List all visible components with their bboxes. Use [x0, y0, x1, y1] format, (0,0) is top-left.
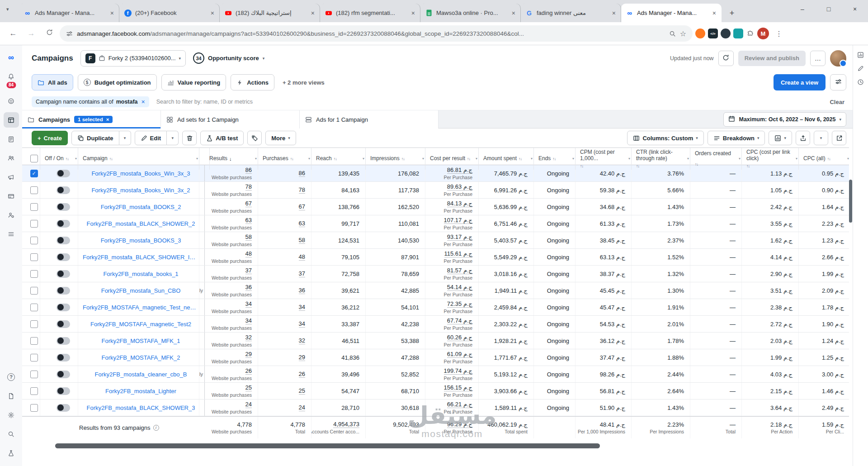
column-header-ends[interactable]: Ends↑↓▾	[534, 148, 576, 170]
browser-tab[interactable]: Gfading winner معنى×	[521, 4, 621, 22]
sidebar-item-experiments[interactable]	[4, 445, 19, 461]
browser-tab[interactable]: f(20+) Facebook×	[119, 4, 220, 22]
campaign-name-link[interactable]: Forky2FB_MOSTAFA_MFK_2	[102, 354, 180, 361]
campaign-toggle[interactable]	[57, 220, 70, 228]
sidebar-item-search[interactable]	[4, 426, 19, 442]
site-settings-icon[interactable]	[66, 30, 73, 37]
info-icon[interactable]: i	[153, 425, 159, 431]
browser-tab[interactable]: إستراتيجية البلاك (182)×	[220, 4, 320, 22]
row-checkbox[interactable]: ✓	[30, 170, 38, 177]
history-icon[interactable]	[857, 79, 864, 86]
campaign-toggle[interactable]	[57, 170, 70, 177]
row-checkbox[interactable]	[30, 387, 38, 395]
row-checkbox[interactable]	[30, 320, 38, 328]
column-header-results[interactable]: Results↓▾	[205, 148, 258, 170]
sidebar-item-all-tools[interactable]	[4, 226, 19, 242]
campaign-toggle[interactable]	[57, 320, 70, 328]
column-header-cpc-cost-per-link-click[interactable]: CPC (cost per link click)↑↓▾	[742, 148, 799, 170]
column-header-off-on[interactable]: Off / On↑↓▾	[40, 148, 78, 170]
view-tab-actions[interactable]: Actions	[231, 74, 274, 90]
campaign-name-link[interactable]: Forky2FB_mostafa_Books_Win_3x_2	[91, 187, 190, 194]
window-minimize-button[interactable]: –	[789, 0, 816, 18]
tab-close-icon[interactable]: ×	[712, 10, 717, 17]
campaign-name-link[interactable]: Forky2FB_mostafa_BLACK_SHOWER_INT_1	[83, 254, 199, 261]
row-checkbox[interactable]	[30, 354, 38, 361]
browser-tab[interactable]: Mawso3a online · Pro...×	[420, 4, 521, 22]
delete-button[interactable]	[182, 131, 197, 145]
column-header-cpc-all[interactable]: CPC (all)↑↓▾	[799, 148, 849, 170]
review-and-publish-button[interactable]: Review and publish	[738, 51, 806, 66]
new-tab-button[interactable]: +	[725, 6, 739, 20]
campaign-toggle[interactable]	[57, 404, 70, 412]
open-report-button[interactable]	[832, 131, 846, 145]
column-header-amount-spent[interactable]: Amount spent↑↓▾	[479, 148, 534, 170]
opportunity-score-selector[interactable]: 34 Opportunity score ▾	[193, 52, 264, 64]
filter-search-input[interactable]: Search to filter by: name, ID or metrics	[156, 99, 253, 105]
campaign-toggle[interactable]	[57, 203, 70, 211]
sidebar-item-feedback[interactable]	[4, 388, 19, 404]
tab-close-icon[interactable]: ×	[611, 10, 617, 17]
campaign-toggle[interactable]	[57, 270, 70, 278]
column-header-impressions[interactable]: Impressions↑↓▾	[366, 148, 425, 170]
filter-chip[interactable]: Campaign name contains all of mostafa ×	[32, 96, 149, 107]
duplicate-caret-button[interactable]: ▾	[119, 131, 131, 145]
column-header-cost-per-result[interactable]: Cost per result↑↓▾	[425, 148, 479, 170]
campaign-toggle[interactable]	[57, 387, 70, 395]
campaign-name-link[interactable]: Forky2FB_mostafa_books_1	[103, 271, 178, 277]
row-checkbox[interactable]	[30, 287, 38, 295]
vertical-scrollbar[interactable]	[849, 180, 852, 223]
campaign-name-link[interactable]: Forky2FB_mostafa_BOOKS_3	[101, 237, 181, 244]
profile-avatar[interactable]	[830, 50, 846, 67]
campaign-name-link[interactable]: Forky2FB_mostafa_Sun_CBO	[101, 287, 181, 294]
sidebar-item-campaigns[interactable]	[4, 112, 19, 128]
edit-button[interactable]: Edit	[135, 131, 167, 145]
edit-icon[interactable]	[857, 65, 864, 72]
bookmark-star-icon[interactable]: ☆	[680, 29, 686, 38]
tab-close-icon[interactable]: ×	[511, 10, 516, 17]
window-maximize-button[interactable]: □	[816, 0, 842, 18]
view-tab-value-reporting[interactable]: Value reporting	[161, 74, 226, 90]
column-header-cpm-cost-per-1-000[interactable]: CPM (cost per 1,000...↑↓▾	[576, 148, 632, 170]
row-checkbox[interactable]	[30, 404, 38, 412]
clear-filters-button[interactable]: Clear	[830, 99, 844, 105]
sidebar-item-advertising[interactable]	[4, 169, 19, 185]
sidebar-item-audiences[interactable]	[4, 150, 19, 166]
tab-close-icon[interactable]: ×	[109, 10, 115, 17]
more-options-button[interactable]: …	[810, 51, 826, 66]
sidebar-item-billing[interactable]	[4, 188, 19, 204]
campaign-name-link[interactable]: Forky2FB_mostafa_Books_Win_3x_3	[91, 170, 190, 177]
campaign-toggle[interactable]	[57, 354, 70, 361]
extension-icon-4[interactable]	[733, 29, 743, 38]
campaign-name-link[interactable]: Forky2FB_mostafa_Lighter	[105, 388, 176, 395]
back-button[interactable]: ←	[5, 26, 21, 41]
campaign-toggle[interactable]	[57, 186, 70, 194]
deselect-icon[interactable]: ×	[106, 117, 109, 122]
extension-icon-3[interactable]	[721, 29, 731, 38]
extension-icon-1[interactable]	[695, 29, 705, 38]
view-tab-budget-optimization[interactable]: $Budget optimization	[78, 74, 157, 90]
tab-close-icon[interactable]: ×	[310, 10, 316, 17]
ab-test-button[interactable]: A/B test	[200, 131, 244, 145]
tag-button[interactable]	[247, 131, 262, 145]
campaign-toggle[interactable]	[57, 371, 70, 378]
create-button[interactable]: +Create	[32, 131, 68, 145]
row-checkbox[interactable]	[30, 237, 38, 244]
tab-ads-for-1-campaign[interactable]: Ads for 1 Campaign	[300, 110, 439, 128]
campaign-toggle[interactable]	[57, 253, 70, 261]
tab-campaigns[interactable]: Campaigns1 selected×	[22, 110, 161, 128]
row-checkbox[interactable]	[30, 203, 38, 211]
reload-button[interactable]	[42, 26, 57, 41]
search-icon[interactable]	[669, 30, 676, 37]
row-checkbox[interactable]	[30, 371, 38, 378]
browser-tab[interactable]: (182) rfm segmentati...×	[320, 4, 420, 22]
more-button[interactable]: More▾	[265, 131, 296, 145]
address-bar[interactable]: adsmanager.facebook.com/adsmanager/manag…	[60, 25, 693, 42]
column-header-reach[interactable]: Reach↑↓▾	[311, 148, 366, 170]
sidebar-item-meta-home[interactable]: ∞	[4, 50, 19, 65]
browser-profile-avatar[interactable]: M	[757, 28, 769, 39]
sidebar-item-pages[interactable]	[4, 131, 19, 147]
window-close-button[interactable]: ×	[842, 0, 868, 18]
campaign-name-link[interactable]: Forky2FB_mostafa_BLACK_SHOWER_2	[87, 220, 195, 227]
select-all-checkbox[interactable]	[30, 155, 38, 162]
column-header-campaign[interactable]: Campaign↑↓▾	[78, 148, 199, 170]
